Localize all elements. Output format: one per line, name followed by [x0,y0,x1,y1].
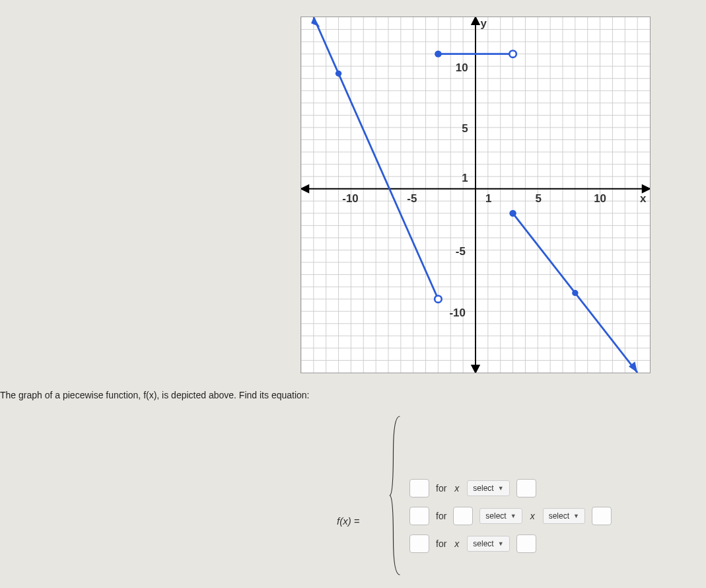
svg-point-66 [509,50,516,57]
ytick-5: 5 [462,123,468,135]
svg-marker-56 [643,185,650,192]
fx-label: f(x) = [337,515,360,527]
svg-point-69 [572,290,578,296]
operator-select-1[interactable]: select ▼ [467,480,509,496]
xtick-1: 1 [485,192,491,205]
select-label-1: select [473,484,493,493]
select-label-3: select [473,539,493,548]
ytick-1: 1 [462,172,468,184]
ytick-neg5: -5 [456,245,466,258]
y-axis-label: y [481,17,487,30]
value-input-2b[interactable] [592,507,612,525]
xtick-neg10: -10 [342,192,359,205]
svg-point-62 [435,295,442,302]
equation-block: f(x) = for x select ▼ for select ▼ x [337,406,706,585]
expression-input-3[interactable] [409,534,429,553]
expression-input-2[interactable] [409,507,429,525]
for-label-2: for [436,511,446,521]
x-var-2: x [530,511,535,521]
problem-prompt: The graph of a piecewise function, f(x),… [0,390,310,400]
expression-input-1[interactable] [409,479,429,497]
chevron-down-icon: ▼ [511,513,516,519]
svg-marker-58 [472,17,479,24]
piece-row-1: for x select ▼ [409,479,612,497]
xtick-10: 10 [594,192,606,205]
value-input-2a[interactable] [453,507,473,525]
svg-point-68 [509,210,516,217]
chevron-down-icon: ▼ [498,540,504,547]
select-label-2a: select [485,511,506,521]
xtick-5: 5 [536,192,542,205]
svg-point-65 [435,50,442,57]
operator-select-3[interactable]: select ▼ [467,536,509,552]
svg-marker-59 [472,365,479,373]
svg-point-63 [335,71,341,77]
svg-marker-57 [301,185,308,192]
chevron-down-icon: ▼ [573,513,579,519]
xtick-neg5: -5 [407,192,417,205]
ytick-neg10: -10 [449,307,466,319]
piece-row-3: for x select ▼ [409,534,612,553]
for-label-3: for [436,538,446,549]
value-input-3[interactable] [516,534,536,553]
svg-marker-61 [311,17,320,27]
graph-panel: -10 -5 1 5 10 10 5 1 -5 -10 y x [300,17,651,373]
x-var-3: x [454,538,459,549]
ytick-10: 10 [456,61,468,74]
chevron-down-icon: ▼ [498,485,504,492]
graph-svg: -10 -5 1 5 10 10 5 1 -5 -10 y x [301,17,650,373]
piece-row-2: for select ▼ x select ▼ [409,507,612,525]
operator-select-2a[interactable]: select ▼ [479,508,522,524]
x-axis-label: x [640,192,647,205]
select-label-2b: select [549,511,569,521]
for-label-1: for [436,483,446,494]
x-var-1: x [454,483,459,494]
value-input-1[interactable] [516,479,536,497]
operator-select-2b[interactable]: select ▼ [543,508,585,524]
brace-icon [388,413,405,578]
